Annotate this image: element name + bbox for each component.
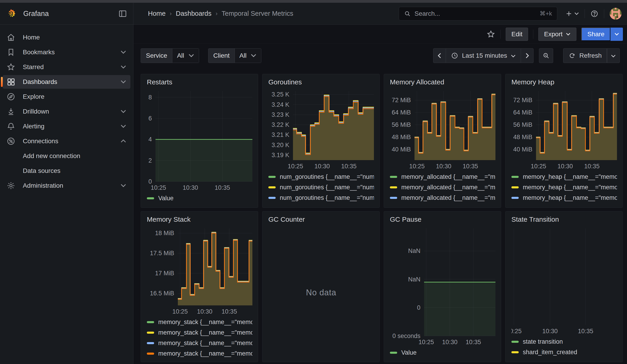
- svg-text:10:35: 10:35: [584, 163, 600, 170]
- apps-icon: [6, 77, 15, 86]
- chevron-down-icon[interactable]: [120, 184, 126, 188]
- svg-text:48 MiB: 48 MiB: [392, 134, 411, 141]
- time-range-group: Last 15 minutes: [433, 48, 533, 63]
- legend-label: memory_heap {__name__="memory_h: [523, 184, 617, 191]
- legend-item[interactable]: num_goroutines {__name__="num_go: [268, 171, 374, 182]
- chevron-down-icon[interactable]: [120, 109, 126, 113]
- sidebar-item-explore[interactable]: Explore: [3, 90, 130, 104]
- zoom-out-button[interactable]: [539, 48, 553, 63]
- legend-label: memory_stack {__name__="memory_s: [158, 319, 252, 326]
- sidebar-item-connections[interactable]: Connections: [3, 134, 130, 148]
- panel-title[interactable]: Memory Heap: [511, 78, 617, 89]
- sidebar-item-dashboards[interactable]: Dashboards: [3, 75, 130, 89]
- chevron-down-icon: [566, 33, 571, 36]
- legend-item[interactable]: memory_allocated {__name__="memo: [390, 182, 495, 193]
- legend-item[interactable]: Value: [147, 193, 252, 204]
- breadcrumb-dashboards[interactable]: Dashboards: [176, 10, 211, 17]
- svg-text:0: 0: [149, 178, 152, 185]
- legend-swatch: [268, 186, 276, 188]
- chevron-down-icon[interactable]: [120, 50, 126, 54]
- svg-text:64 MiB: 64 MiB: [513, 109, 532, 116]
- refresh-button[interactable]: Refresh: [563, 48, 607, 63]
- panel-memory-allocated: Memory Allocated40 MiB48 MiB56 MiB64 MiB…: [384, 74, 501, 208]
- share-button[interactable]: Share: [581, 28, 610, 41]
- legend-item[interactable]: memory_stack {__name__="memory_s: [147, 338, 252, 348]
- time-shift-back-button[interactable]: [433, 48, 446, 63]
- panel-title[interactable]: Memory Stack: [147, 215, 252, 226]
- variable-value-dropdown[interactable]: All: [235, 49, 261, 63]
- breadcrumb-home[interactable]: Home: [148, 10, 165, 17]
- chevron-down-icon[interactable]: [120, 80, 126, 84]
- variable-value-dropdown[interactable]: All: [172, 49, 199, 63]
- sidebar-item-drilldown[interactable]: Drilldown: [3, 105, 130, 118]
- time-range-picker[interactable]: Last 15 minutes: [446, 48, 521, 63]
- user-avatar[interactable]: [610, 8, 622, 20]
- legend-item[interactable]: memory_heap {__name__="memory_h: [511, 203, 617, 204]
- legend-item[interactable]: memory_heap {__name__="memory_h: [511, 193, 617, 203]
- svg-text:NaN: NaN: [408, 276, 420, 283]
- plus-icon: [565, 10, 573, 18]
- svg-text:8: 8: [149, 94, 152, 101]
- sidebar-toggle-icon[interactable]: [118, 9, 127, 18]
- legend-item[interactable]: memory_stack {__name__="memory_s: [147, 327, 252, 338]
- svg-text:40 MiB: 40 MiB: [392, 146, 411, 153]
- variable-service[interactable]: ServiceAll: [141, 48, 199, 63]
- sidebar-item-starred[interactable]: Starred: [3, 60, 130, 74]
- svg-text:10:25: 10:25: [172, 308, 188, 315]
- legend-item[interactable]: memory_allocated {__name__="memo: [390, 203, 495, 204]
- panel-title[interactable]: Goroutines: [268, 78, 374, 89]
- legend-item[interactable]: memory_stack {__name__="memory_s: [147, 317, 252, 327]
- sidebar-subitem-label: Data sources: [23, 167, 60, 174]
- divider: [533, 30, 533, 39]
- panel-title[interactable]: GC Counter: [268, 215, 374, 226]
- legend-item[interactable]: state transition: [511, 336, 617, 347]
- legend-item[interactable]: shard_item_created: [511, 347, 617, 357]
- svg-text:10:25: 10:25: [531, 163, 546, 170]
- legend-item[interactable]: num_goroutines {__name__="num_go: [268, 193, 374, 203]
- refresh-interval-button[interactable]: [607, 48, 620, 63]
- panel-gc-pause: GC PauseNaNNaN00 seconds10:2510:3010:35V…: [384, 211, 501, 362]
- chevron-down-icon[interactable]: [120, 124, 126, 128]
- legend-item[interactable]: Value: [390, 347, 495, 358]
- search-input[interactable]: Search... ⌘+k: [399, 7, 557, 20]
- chevron-up-icon[interactable]: [120, 139, 126, 143]
- sidebar-item-label: Home: [23, 34, 40, 41]
- sidebar-subitem-add-new-connection[interactable]: Add new connection: [3, 149, 130, 163]
- sidebar-item-administration[interactable]: Administration: [3, 179, 130, 193]
- legend-label: memory_allocated {__name__="memo: [401, 184, 495, 191]
- help-button[interactable]: [590, 9, 598, 18]
- panel-title[interactable]: GC Pause: [390, 215, 495, 226]
- edit-button[interactable]: Edit: [506, 28, 528, 41]
- sidebar-item-home[interactable]: Home: [3, 31, 130, 44]
- variable-client[interactable]: ClientAll: [208, 48, 261, 63]
- panel-title[interactable]: State Transition: [511, 215, 617, 226]
- panel-title[interactable]: Restarts: [147, 78, 252, 89]
- sidebar-item-alerting[interactable]: Alerting: [3, 119, 130, 133]
- svg-text:10:25: 10:25: [288, 163, 303, 170]
- legend-item[interactable]: memory_heap {__name__="memory_h: [511, 171, 617, 182]
- bell-icon: [6, 122, 15, 131]
- legend-item[interactable]: memory_allocated {__name__="memo: [390, 171, 495, 182]
- panel-title[interactable]: Memory Allocated: [390, 78, 495, 89]
- favorite-star-button[interactable]: [486, 30, 495, 39]
- share-menu-button[interactable]: [610, 28, 623, 41]
- legend-item[interactable]: memory_allocated {__name__="memo: [390, 193, 495, 203]
- legend-item[interactable]: num_goroutines {__name__="num_go: [268, 203, 374, 204]
- add-button[interactable]: [565, 10, 579, 18]
- panel-state-transition: State Transition10:2510:3010:35state tra…: [505, 211, 623, 362]
- connections-icon: [6, 137, 15, 146]
- chevron-down-icon[interactable]: [120, 65, 126, 69]
- sidebar-subitem-data-sources[interactable]: Data sources: [3, 164, 130, 178]
- legend-item[interactable]: memory_stack {__name__="memory_s: [147, 348, 252, 359]
- sidebar-item-bookmarks[interactable]: Bookmarks: [3, 45, 130, 59]
- svg-text:10:30: 10:30: [183, 184, 198, 191]
- legend-label: memory_stack {__name__="memory_s: [158, 329, 252, 336]
- legend-item[interactable]: memory_heap {__name__="memory_h: [511, 182, 617, 193]
- variable-value: All: [177, 52, 184, 59]
- svg-text:10:30: 10:30: [436, 163, 451, 170]
- legend-swatch: [511, 341, 519, 343]
- legend-item[interactable]: num_goroutines {__name__="num_go: [268, 182, 374, 193]
- legend-label: num_goroutines {__name__="num_go: [280, 173, 374, 180]
- export-button[interactable]: Export: [538, 28, 576, 41]
- time-shift-forward-button[interactable]: [521, 48, 533, 63]
